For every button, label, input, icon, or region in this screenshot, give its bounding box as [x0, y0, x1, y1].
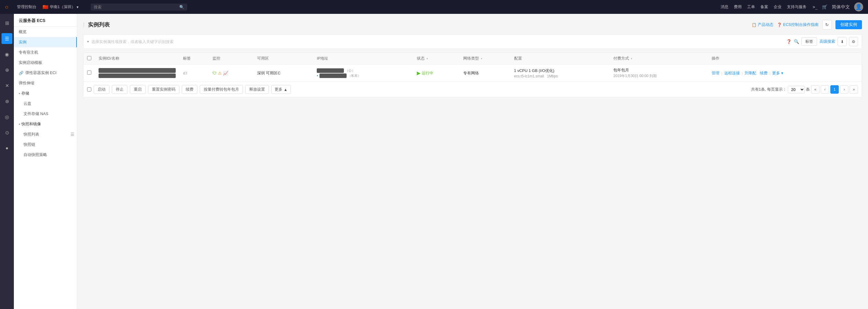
- instance-id-blurred: [98, 68, 176, 73]
- sidebar-item-snapshot-list[interactable]: 快照列表: [16, 129, 68, 139]
- col-network[interactable]: 网络类型 ▾: [460, 53, 510, 64]
- action-links: 管理 | 远程连接 | 升降配 续费 | 更多 ▾: [712, 70, 858, 76]
- nav-circle-icon[interactable]: ●: [1, 143, 12, 153]
- refresh-icon: ↻: [825, 22, 829, 27]
- renew-button[interactable]: 续费: [182, 85, 197, 94]
- ip-private-label: （私有）: [348, 73, 361, 78]
- bottom-select-checkbox[interactable]: [87, 87, 91, 92]
- instances-label: 实例: [19, 39, 27, 45]
- switch-pay-button[interactable]: 按量付费转包年包月: [200, 85, 243, 94]
- main-content: | 实例列表 📋 产品动态 ❓ ECS控制台操作指南 ↻ 创建实例 ▾ ❓ 🔍 …: [77, 14, 868, 309]
- instance-zone-cell: 深圳 可用区C: [253, 64, 313, 82]
- avatar[interactable]: 👤: [854, 2, 863, 11]
- nav-user-icon[interactable]: ⊛: [1, 96, 12, 107]
- settings-button[interactable]: ⚙: [849, 37, 858, 46]
- sidebar-storage-sub: 云盘 文件存储 NAS: [14, 99, 77, 119]
- filter-expand-icon[interactable]: ▾: [87, 39, 89, 44]
- search-input[interactable]: [94, 5, 178, 9]
- nav-network-icon[interactable]: ⊕: [1, 64, 12, 75]
- filter-help-icon[interactable]: ❓: [786, 39, 792, 44]
- auto-scaling-label: 弹性伸缩: [19, 80, 34, 86]
- bottom-bar: 启动 停止 重启 重置实例密码 续费 按量付费转包年包月 释放设置 更多 ▲ 共…: [84, 81, 862, 97]
- filter-search-icon[interactable]: 🔍: [794, 39, 799, 44]
- page-prev-button[interactable]: ‹: [821, 85, 829, 94]
- settings-icon: ⚙: [852, 39, 855, 44]
- nav-messages[interactable]: 消息: [721, 4, 728, 10]
- table-row: 🏷 🛡 ⚠ 📈 深圳 可用区C: [84, 64, 862, 82]
- config-line2: ecs.t5-lc1m1.small 1Mbps: [514, 74, 607, 78]
- nav-ticket[interactable]: 工单: [747, 4, 755, 10]
- top-nav: ○ 管理控制台 🇨🇳 华南1（深圳） ▾ 🔍 消息 费用 工单 备案 企业 支持…: [0, 0, 868, 14]
- release-button[interactable]: 释放设置: [245, 85, 269, 94]
- action-renew-link[interactable]: 续费: [760, 70, 768, 76]
- action-resize-link[interactable]: 升降配: [744, 70, 756, 76]
- monitor-security-icon[interactable]: ⚠: [218, 71, 222, 76]
- nav-monitor-icon[interactable]: ⊙: [1, 127, 12, 138]
- guide-icon: ❓: [777, 23, 782, 27]
- monitor-shield-icon[interactable]: 🛡: [213, 71, 217, 76]
- sidebar-item-launch-template[interactable]: 实例启动模板: [14, 58, 77, 68]
- tag-icon[interactable]: 🏷: [183, 71, 187, 76]
- nav-storage-icon[interactable]: ◉: [1, 49, 12, 60]
- page-size-select[interactable]: 20 50 100: [788, 86, 805, 93]
- monitor-chart-icon[interactable]: 📈: [223, 71, 228, 76]
- filter-input[interactable]: [91, 39, 784, 44]
- page-actions: 📋 产品动态 ❓ ECS控制台操作指南 ↻ 创建实例: [752, 20, 862, 30]
- snapshot-arrow-icon: ▾: [19, 123, 20, 126]
- sidebar-section-storage[interactable]: ▾ 存储: [14, 88, 77, 99]
- col-status[interactable]: 状态 ▾: [413, 53, 460, 64]
- sidebar-item-auto-snapshot[interactable]: 自动快照策略: [16, 150, 77, 160]
- action-more-link[interactable]: 更多 ▾: [772, 70, 783, 76]
- more-actions-icon: ▲: [284, 87, 287, 92]
- advanced-search-link[interactable]: 高级搜索: [819, 39, 835, 44]
- nav-globe-icon[interactable]: ◎: [1, 111, 12, 122]
- tag-filter-button[interactable]: 标签: [801, 37, 817, 46]
- nav-icp[interactable]: 备案: [761, 4, 768, 10]
- ip-private-blurred: [319, 73, 347, 78]
- product-dynamics-link[interactable]: 📋 产品动态: [752, 22, 773, 27]
- reset-password-button[interactable]: 重置实例密码: [148, 85, 179, 94]
- stop-button[interactable]: 停止: [112, 85, 127, 94]
- nav-billing[interactable]: 费用: [734, 4, 742, 10]
- restart-button[interactable]: 重启: [130, 85, 146, 94]
- sidebar-section-snapshot[interactable]: ▾ 快照和镜像: [14, 119, 77, 129]
- sidebar-item-dedicated-host[interactable]: 专有宿主机: [14, 47, 77, 58]
- nav-security-icon[interactable]: ✕: [1, 80, 12, 91]
- sidebar-item-instances[interactable]: 实例: [14, 37, 77, 47]
- nav-support[interactable]: 支持与服务: [787, 4, 807, 10]
- terminal-icon[interactable]: >_: [812, 4, 818, 9]
- sidebar-item-overview[interactable]: 概览: [14, 27, 77, 37]
- lang-selector[interactable]: 简体中文: [832, 4, 850, 10]
- create-instance-button[interactable]: 创建实例: [835, 20, 862, 29]
- nav-server-icon[interactable]: ☰: [1, 33, 12, 44]
- page-last-button[interactable]: »: [849, 85, 858, 94]
- col-tag: 标签: [179, 53, 209, 64]
- page-current-button[interactable]: 1: [830, 85, 839, 94]
- sidebar-item-snapshot-chain[interactable]: 快照链: [16, 139, 77, 150]
- action-remote-link[interactable]: 远程连接: [724, 70, 740, 76]
- action-manage-link[interactable]: 管理: [712, 70, 719, 76]
- list-icon[interactable]: ☰: [70, 132, 74, 137]
- guide-link[interactable]: ❓ ECS控制台操作指南: [777, 22, 818, 27]
- auto-snapshot-label: 自动快照策略: [24, 152, 47, 158]
- nav-home-icon[interactable]: ⊞: [1, 18, 12, 28]
- export-button[interactable]: ⬇: [838, 37, 846, 46]
- region-selector[interactable]: 🇨🇳 华南1（深圳） ▾: [42, 4, 79, 10]
- sidebar-item-eci[interactable]: 🔗 弹性容器实例 ECI: [14, 68, 77, 78]
- sidebar-item-nas[interactable]: 文件存储 NAS: [16, 109, 77, 119]
- page-first-button[interactable]: «: [811, 85, 819, 94]
- more-actions-button[interactable]: 更多 ▲: [271, 85, 291, 94]
- sidebar-item-auto-scaling[interactable]: 弹性伸缩: [14, 78, 77, 88]
- start-button[interactable]: 启动: [94, 85, 110, 94]
- col-pay[interactable]: 付费方式 ▾: [610, 53, 708, 64]
- nav-enterprise[interactable]: 企业: [774, 4, 781, 10]
- sidebar-item-disk[interactable]: 云盘: [16, 99, 77, 109]
- row-checkbox[interactable]: [87, 70, 91, 75]
- cart-icon[interactable]: 🛒: [822, 4, 828, 10]
- page-next-button[interactable]: ›: [840, 85, 848, 94]
- ip-public-blurred: [317, 68, 344, 73]
- select-all-checkbox[interactable]: [87, 56, 91, 60]
- logo-icon[interactable]: ○: [5, 4, 8, 10]
- refresh-button[interactable]: ↻: [822, 20, 832, 30]
- col-ip: IP地址: [313, 53, 413, 64]
